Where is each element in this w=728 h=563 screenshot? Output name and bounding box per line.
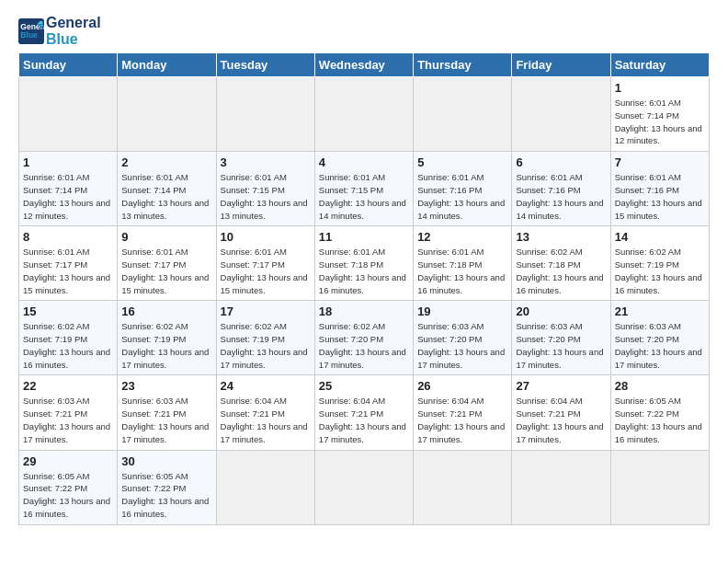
sunset-label: Sunset: 7:22 PM (615, 408, 679, 419)
day-cell (414, 450, 512, 524)
day-number: 16 (121, 304, 211, 318)
sunrise-label: Sunrise: 6:01 AM (121, 172, 188, 182)
day-number: 13 (516, 230, 606, 244)
sunset-label: Sunset: 7:21 PM (23, 408, 87, 419)
sunset-label: Sunset: 7:19 PM (23, 334, 87, 344)
sunset-label: Sunset: 7:21 PM (516, 408, 580, 419)
day-cell: 9 Sunrise: 6:01 AM Sunset: 7:17 PM Dayli… (118, 226, 216, 301)
day-info: Sunrise: 6:04 AM Sunset: 7:21 PM Dayligh… (319, 395, 409, 445)
sunrise-label: Sunrise: 6:01 AM (221, 247, 287, 257)
week-row-4: 15 Sunrise: 6:02 AM Sunset: 7:19 PM Dayl… (19, 301, 710, 375)
col-header-tuesday: Tuesday (216, 53, 314, 77)
day-cell: 16 Sunrise: 6:02 AM Sunset: 7:19 PM Dayl… (118, 301, 216, 375)
calendar-table: SundayMondayTuesdayWednesdayThursdayFrid… (18, 52, 710, 524)
logo: General Blue General Blue (18, 15, 101, 47)
day-cell (216, 450, 314, 524)
day-cell: 23 Sunrise: 6:03 AM Sunset: 7:21 PM Dayl… (118, 375, 216, 450)
day-number: 9 (121, 230, 211, 244)
daylight-label: Daylight: 13 hours and 16 minutes. (417, 272, 505, 295)
sunset-label: Sunset: 7:14 PM (615, 110, 679, 121)
day-cell: 20 Sunrise: 6:03 AM Sunset: 7:20 PM Dayl… (512, 301, 610, 375)
daylight-label: Daylight: 13 hours and 17 minutes. (221, 421, 308, 444)
day-cell: 1 Sunrise: 6:01 AM Sunset: 7:14 PM Dayli… (19, 152, 118, 226)
day-info: Sunrise: 6:05 AM Sunset: 7:22 PM Dayligh… (23, 470, 113, 521)
day-number: 29 (23, 454, 113, 468)
sunrise-label: Sunrise: 6:01 AM (319, 172, 385, 182)
daylight-label: Daylight: 13 hours and 12 minutes. (23, 198, 110, 221)
day-cell (19, 77, 118, 152)
week-row-6: 29 Sunrise: 6:05 AM Sunset: 7:22 PM Dayl… (19, 450, 710, 524)
daylight-label: Daylight: 13 hours and 16 minutes. (615, 272, 702, 295)
day-number: 12 (417, 230, 507, 244)
day-cell (216, 77, 314, 152)
sunset-label: Sunset: 7:22 PM (23, 483, 87, 493)
daylight-label: Daylight: 13 hours and 15 minutes. (615, 198, 702, 221)
sunrise-label: Sunrise: 6:03 AM (516, 321, 582, 331)
day-number: 17 (221, 304, 311, 318)
sunrise-label: Sunrise: 6:03 AM (615, 321, 681, 331)
day-info: Sunrise: 6:03 AM Sunset: 7:20 PM Dayligh… (516, 320, 606, 371)
daylight-label: Daylight: 13 hours and 16 minutes. (23, 496, 110, 519)
day-cell: 26 Sunrise: 6:04 AM Sunset: 7:21 PM Dayl… (414, 375, 512, 450)
sunrise-label: Sunrise: 6:01 AM (417, 172, 483, 182)
daylight-label: Daylight: 13 hours and 16 minutes. (121, 496, 209, 519)
day-cell: 22 Sunrise: 6:03 AM Sunset: 7:21 PM Dayl… (19, 375, 118, 450)
day-number: 23 (121, 379, 211, 393)
day-info: Sunrise: 6:01 AM Sunset: 7:14 PM Dayligh… (615, 97, 705, 147)
day-cell: 8 Sunrise: 6:01 AM Sunset: 7:17 PM Dayli… (19, 226, 118, 301)
day-cell (314, 77, 413, 152)
col-header-friday: Friday (512, 53, 610, 77)
day-info: Sunrise: 6:03 AM Sunset: 7:20 PM Dayligh… (417, 320, 507, 371)
sunset-label: Sunset: 7:20 PM (516, 334, 580, 344)
sunrise-label: Sunrise: 6:01 AM (23, 172, 89, 182)
page: General Blue General Blue SundayMondayTu… (0, 0, 728, 563)
sunrise-label: Sunrise: 6:01 AM (121, 247, 188, 257)
day-cell: 12 Sunrise: 6:01 AM Sunset: 7:18 PM Dayl… (414, 226, 512, 301)
day-info: Sunrise: 6:01 AM Sunset: 7:18 PM Dayligh… (417, 246, 507, 296)
day-cell: 24 Sunrise: 6:04 AM Sunset: 7:21 PM Dayl… (216, 375, 314, 450)
day-info: Sunrise: 6:04 AM Sunset: 7:21 PM Dayligh… (417, 395, 507, 445)
day-number: 25 (319, 379, 409, 393)
sunrise-label: Sunrise: 6:01 AM (516, 172, 582, 182)
sunset-label: Sunset: 7:19 PM (615, 259, 679, 270)
week-row-5: 22 Sunrise: 6:03 AM Sunset: 7:21 PM Dayl… (19, 375, 710, 450)
day-info: Sunrise: 6:01 AM Sunset: 7:17 PM Dayligh… (23, 246, 113, 296)
day-info: Sunrise: 6:04 AM Sunset: 7:21 PM Dayligh… (221, 395, 311, 445)
sunrise-label: Sunrise: 6:05 AM (121, 471, 188, 481)
sunrise-label: Sunrise: 6:02 AM (121, 321, 188, 331)
day-info: Sunrise: 6:01 AM Sunset: 7:15 PM Dayligh… (319, 171, 409, 222)
daylight-label: Daylight: 13 hours and 17 minutes. (417, 421, 505, 444)
day-cell: 29 Sunrise: 6:05 AM Sunset: 7:22 PM Dayl… (19, 450, 118, 524)
daylight-label: Daylight: 13 hours and 17 minutes. (516, 421, 603, 444)
daylight-label: Daylight: 13 hours and 17 minutes. (319, 421, 406, 444)
day-cell: 7 Sunrise: 6:01 AM Sunset: 7:16 PM Dayli… (610, 152, 709, 226)
sunset-label: Sunset: 7:19 PM (221, 334, 285, 344)
daylight-label: Daylight: 13 hours and 15 minutes. (23, 272, 110, 295)
sunrise-label: Sunrise: 6:04 AM (319, 396, 385, 406)
daylight-label: Daylight: 13 hours and 16 minutes. (319, 272, 406, 295)
sunset-label: Sunset: 7:18 PM (417, 259, 482, 270)
sunrise-label: Sunrise: 6:01 AM (23, 247, 89, 257)
day-number: 7 (615, 155, 705, 169)
sunset-label: Sunset: 7:17 PM (221, 259, 285, 270)
daylight-label: Daylight: 13 hours and 13 minutes. (221, 198, 308, 221)
sunset-label: Sunset: 7:21 PM (121, 408, 186, 419)
daylight-label: Daylight: 13 hours and 17 minutes. (615, 347, 702, 370)
day-cell: 21 Sunrise: 6:03 AM Sunset: 7:20 PM Dayl… (610, 301, 709, 375)
calendar-header-row: SundayMondayTuesdayWednesdayThursdayFrid… (19, 53, 710, 77)
day-cell (512, 77, 610, 152)
day-cell (414, 77, 512, 152)
day-info: Sunrise: 6:02 AM Sunset: 7:19 PM Dayligh… (221, 320, 311, 371)
day-info: Sunrise: 6:05 AM Sunset: 7:22 PM Dayligh… (121, 470, 211, 521)
day-cell (512, 450, 610, 524)
sunrise-label: Sunrise: 6:01 AM (417, 247, 483, 257)
sunrise-label: Sunrise: 6:05 AM (23, 471, 89, 481)
day-cell: 3 Sunrise: 6:01 AM Sunset: 7:15 PM Dayli… (216, 152, 314, 226)
daylight-label: Daylight: 13 hours and 16 minutes. (516, 272, 603, 295)
day-cell: 4 Sunrise: 6:01 AM Sunset: 7:15 PM Dayli… (314, 152, 413, 226)
day-info: Sunrise: 6:02 AM Sunset: 7:19 PM Dayligh… (121, 320, 211, 371)
col-header-monday: Monday (118, 53, 216, 77)
sunrise-label: Sunrise: 6:02 AM (615, 247, 681, 257)
day-info: Sunrise: 6:01 AM Sunset: 7:16 PM Dayligh… (615, 171, 705, 222)
sunset-label: Sunset: 7:22 PM (121, 483, 186, 493)
